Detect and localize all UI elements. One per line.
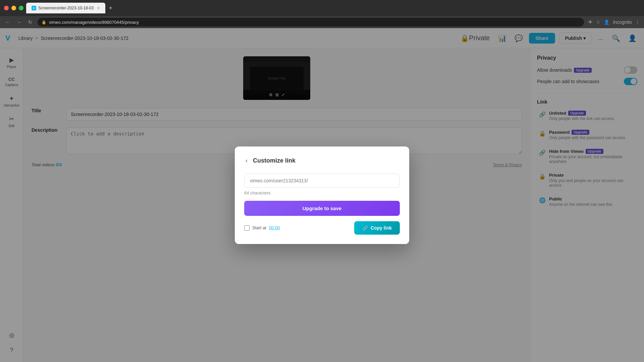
menu-icon[interactable]: ⋮ [635, 19, 640, 25]
tab-close-button[interactable]: ✕ [97, 6, 100, 10]
modal-title: Customize link [253, 157, 296, 164]
customize-link-modal: ‹ Customize link 64 characters Upgrade t… [235, 146, 409, 244]
forward-button[interactable]: → [15, 19, 23, 25]
new-tab-button[interactable]: + [107, 5, 114, 12]
back-button[interactable]: ← [4, 19, 11, 25]
modal-overlay: ‹ Customize link 64 characters Upgrade t… [0, 28, 644, 362]
eyeoff-icon: 👁 [588, 19, 593, 25]
close-window-button[interactable] [4, 6, 9, 10]
lock-icon: 🔒 [42, 20, 46, 24]
reload-button[interactable]: ↻ [27, 19, 34, 25]
profile-icon[interactable]: 👤 [604, 19, 609, 25]
start-at-checkbox[interactable] [244, 225, 250, 231]
star-icon[interactable]: ☆ [596, 19, 600, 25]
modal-back-button[interactable]: ‹ [244, 156, 249, 166]
modal-header: ‹ Customize link [244, 156, 400, 166]
incognito-label: Incognito [613, 19, 632, 25]
maximize-window-button[interactable] [19, 6, 23, 10]
start-at-row: Start at 00:00 [244, 225, 280, 231]
start-at-time[interactable]: 00:00 [269, 225, 280, 230]
browser-actions: 👁 ☆ 👤 Incognito ⋮ [588, 19, 640, 25]
active-tab[interactable]: V Screenrecorder-2023-10-18-03 ✕ [26, 3, 105, 13]
start-at-label: Start at [252, 225, 266, 230]
char-count: 64 characters [244, 190, 400, 195]
address-bar-row: ← → ↻ 🔒 vimeo.com/manage/videos/89807044… [0, 16, 644, 28]
copy-link-button[interactable]: 🔗 Copy link [354, 221, 400, 235]
window-controls [4, 6, 23, 10]
minimize-window-button[interactable] [11, 6, 16, 10]
customize-link-input[interactable] [244, 174, 400, 188]
copy-link-label: Copy link [371, 225, 392, 231]
address-bar[interactable]: 🔒 vimeo.com/manage/videos/898070445/priv… [38, 18, 584, 26]
tab-bar: V Screenrecorder-2023-10-18-03 ✕ + [26, 3, 640, 13]
tab-favicon: V [32, 6, 36, 10]
address-text: vimeo.com/manage/videos/898070445/privac… [49, 20, 580, 25]
copy-link-icon: 🔗 [362, 225, 368, 231]
upgrade-to-save-button[interactable]: Upgrade to save [244, 201, 400, 216]
browser-chrome: V Screenrecorder-2023-10-18-03 ✕ + [0, 0, 644, 16]
tab-title: Screenrecorder-2023-10-18-03 [38, 6, 94, 10]
modal-footer: Start at 00:00 🔗 Copy link [244, 221, 400, 235]
